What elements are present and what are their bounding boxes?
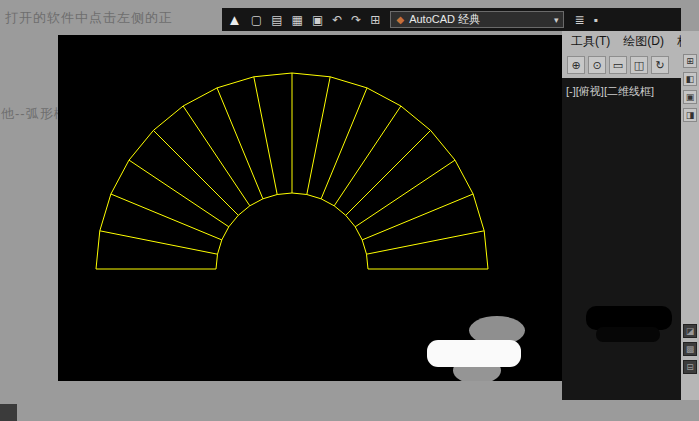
plot-icon[interactable]: ▣ — [312, 14, 323, 26]
strip-icon-3[interactable]: ▣ — [683, 90, 697, 104]
dark-blob — [596, 327, 660, 342]
overflow-icon[interactable]: ▪ — [593, 14, 597, 26]
undo-icon[interactable]: ↶ — [332, 14, 342, 26]
drawing-canvas[interactable] — [58, 35, 562, 381]
right-toolbar-top-group: ⊞◧▣◨ — [683, 54, 697, 122]
workspace-label: AutoCAD 经典 — [409, 12, 480, 27]
secondary-viewport: [-][俯视][二维线框] — [562, 78, 681, 400]
new-file-icon[interactable]: ▢ — [251, 14, 262, 26]
toolbar-icons-right: ≣▪ — [574, 14, 597, 26]
pan-icon[interactable]: ⊙ — [588, 56, 606, 74]
strip-icon-1[interactable]: ⊞ — [683, 54, 697, 68]
app-logo-icon[interactable]: ▲ — [227, 12, 242, 27]
strip-icon-7[interactable]: ⊟ — [683, 360, 697, 374]
rect-icon[interactable]: ▭ — [609, 56, 627, 74]
redo-icon[interactable]: ↷ — [351, 14, 361, 26]
workspace-list-icon[interactable]: ≣ — [574, 14, 584, 26]
quick-access-toolbar: ▲▢▤▦▣↶↷⊞ ◆ AutoCAD 经典 ▾ ≣▪ — [222, 8, 681, 31]
toolbar-icons-left: ▲▢▤▦▣↶↷⊞ — [227, 12, 380, 27]
standard-toolbar: ⊕⊙▭◫↻ — [562, 52, 681, 78]
menu-tools[interactable]: 工具(T) — [571, 33, 610, 50]
grid-icon[interactable]: ⊞ — [370, 14, 380, 26]
right-vertical-toolbar: ⊞◧▣◨ ◪▩⊟ — [681, 31, 699, 400]
watermark-blob-middle — [427, 340, 521, 367]
strip-icon-2[interactable]: ◧ — [683, 72, 697, 86]
menu-draw[interactable]: 绘图(D) — [623, 33, 664, 50]
menu-bar: 工具(T)绘图(D)标注(N) — [562, 31, 681, 52]
save-icon[interactable]: ▦ — [292, 14, 303, 26]
bottom-left-square — [0, 404, 17, 421]
workspace-dropdown[interactable]: ◆ AutoCAD 经典 ▾ — [390, 11, 564, 28]
screenshot-root: 打开的软件中点击左侧的正 他--弧形楼 ▲▢▤▦▣↶↷⊞ ◆ AutoCAD 经… — [0, 0, 699, 421]
chevron-down-icon: ▾ — [554, 15, 559, 25]
workspace-gear-icon: ◆ — [396, 14, 404, 25]
viewport-controls-label[interactable]: [-][俯视][二维线框] — [566, 84, 654, 99]
open-folder-icon[interactable]: ▤ — [271, 14, 282, 26]
refresh-icon[interactable]: ↻ — [651, 56, 669, 74]
strip-icon-5[interactable]: ◪ — [683, 324, 697, 338]
strip-icon-6[interactable]: ▩ — [683, 342, 697, 356]
right-toolbar-bottom-group: ◪▩⊟ — [683, 324, 697, 374]
layers-icon[interactable]: ◫ — [630, 56, 648, 74]
strip-icon-4[interactable]: ◨ — [683, 108, 697, 122]
zoom-icon[interactable]: ⊕ — [567, 56, 585, 74]
tutorial-text-top: 打开的软件中点击左侧的正 — [5, 9, 173, 27]
